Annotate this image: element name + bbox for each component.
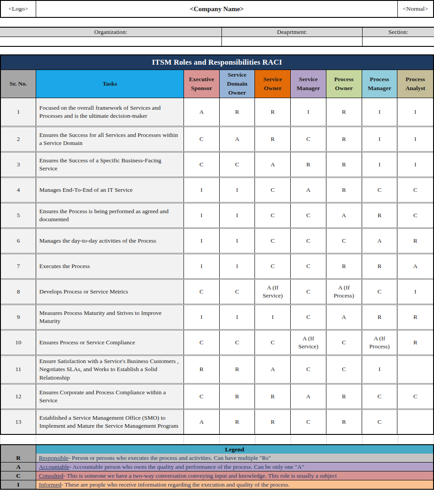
raci-value: I — [362, 153, 398, 177]
raci-value: R — [326, 127, 362, 151]
raci-value: C — [397, 203, 433, 227]
raci-value: C — [255, 229, 291, 253]
page-header: <Logo> <Company Name> <Normal> — [0, 0, 434, 18]
legend-term: Informed — [39, 481, 61, 488]
row-number: 11 — [1, 356, 36, 383]
row-number: 12 — [1, 384, 36, 409]
legend-letter: A — [1, 463, 36, 471]
legend-letter: R — [1, 454, 36, 462]
task-description: Focused on the overall framework of Serv… — [36, 98, 184, 126]
department-value-field[interactable] — [222, 37, 363, 46]
raci-value: R — [326, 384, 362, 409]
spacer-cell — [398, 435, 434, 444]
row-number: 7 — [1, 254, 36, 278]
legend-row: RResponsible - Person or persons who exe… — [1, 454, 433, 462]
organization-label: Organization: — [0, 28, 222, 37]
raci-value: I — [397, 280, 433, 304]
raci-value: C — [220, 280, 255, 304]
raci-value: C — [255, 330, 291, 355]
company-name: <Company Name> — [36, 1, 397, 17]
legend-text: - These are people who receive informati… — [61, 481, 289, 488]
task-description: Executes the Process — [36, 254, 184, 278]
raci-value: A — [326, 305, 362, 329]
raci-value: C — [255, 178, 291, 202]
row-number: 13 — [1, 410, 36, 434]
spacer-cell — [36, 435, 184, 444]
row-number: 10 — [1, 330, 36, 355]
raci-value: R — [220, 410, 255, 434]
spacer-cell — [0, 435, 36, 444]
raci-value: R — [326, 410, 362, 434]
legend-title: Legend — [225, 446, 244, 453]
matrix-title-bar: ITSM Roles and Responsibilities RACI — [1, 55, 433, 70]
raci-matrix-table: ITSM Roles and Responsibilities RACI Sr.… — [0, 54, 434, 435]
department-label: Deaprtment: — [222, 28, 363, 37]
column-header-tasks: Tasks — [36, 70, 184, 98]
task-description: Ensures the Success of a Specific Busine… — [36, 153, 184, 177]
column-header-executive-sponsor: Executive Sponsor — [184, 70, 220, 98]
task-description: Ensures Corporate and Process Compliance… — [36, 384, 184, 409]
spacer-cell — [184, 435, 220, 444]
table-row: 7Executes the ProcessIICCRRA — [1, 253, 433, 278]
raci-value: C — [362, 384, 398, 409]
raci-value: I — [362, 127, 398, 151]
section-value-field[interactable] — [363, 37, 434, 46]
column-header-service-manager: Service Manager — [291, 70, 326, 98]
raci-value: C — [220, 330, 255, 355]
raci-value: I — [184, 203, 220, 227]
raci-value: A — [184, 410, 220, 434]
spacer — [0, 47, 434, 54]
raci-value: C — [362, 410, 398, 434]
task-description: Ensures the Process is being performed a… — [36, 203, 184, 227]
raci-value: R — [326, 153, 362, 177]
legend-row: IInformed - These are people who receive… — [1, 480, 433, 489]
raci-value: C — [291, 229, 326, 253]
table-row: 13Established a Service Management Offic… — [1, 409, 433, 434]
table-row: 9Measures Process Maturity and Strives t… — [1, 304, 433, 329]
legend-body: RResponsible - Person or persons who exe… — [1, 454, 433, 489]
raci-value: A — [255, 356, 291, 383]
row-number: 4 — [1, 178, 36, 202]
matrix-body: 1Focused on the overall framework of Ser… — [1, 98, 433, 434]
legend-row: CConsulted - This is someone we have a t… — [1, 471, 433, 480]
raci-value: C — [291, 127, 326, 151]
row-number: 3 — [1, 153, 36, 177]
table-row: 6Manages the day-to-day activities of th… — [1, 227, 433, 253]
raci-value: C — [326, 330, 362, 355]
task-description: Ensures the Success for all Services and… — [36, 127, 184, 151]
legend-letter: I — [1, 480, 36, 489]
row-number: 6 — [1, 229, 36, 253]
raci-value: C — [397, 384, 433, 409]
raci-value: R — [184, 356, 220, 383]
spacer — [0, 18, 434, 27]
matrix-title: ITSM Roles and Responsibilities RACI — [152, 58, 282, 67]
task-description: Manages End-To-End of an IT Service — [36, 178, 184, 202]
legend-term: Consulted — [39, 472, 63, 479]
raci-value: I — [362, 356, 398, 383]
raci-value: C — [255, 203, 291, 227]
raci-value: C — [184, 384, 220, 409]
raci-value: I — [220, 229, 255, 253]
raci-value: C — [362, 280, 398, 304]
raci-value: C — [291, 410, 326, 434]
legend-row: AAccountable - Accountable person who ow… — [1, 462, 433, 471]
legend-header-row: Legend — [1, 445, 433, 454]
raci-value: R — [326, 254, 362, 278]
raci-value: C — [184, 280, 220, 304]
raci-value: I — [362, 98, 398, 126]
spacer-cell — [255, 435, 291, 444]
legend-description: Consulted - This is someone we have a tw… — [36, 471, 433, 480]
column-header-process-manager: Process Manager — [362, 70, 398, 98]
raci-value: I — [184, 178, 220, 202]
row-number: 9 — [1, 305, 36, 329]
organization-value-field[interactable] — [0, 37, 222, 46]
raci-value: R — [255, 410, 291, 434]
task-description: Ensure Satisfaction with a Service's Bus… — [36, 356, 184, 383]
raci-value: A — [184, 98, 220, 126]
raci-value: R — [397, 305, 433, 329]
raci-value: C — [397, 178, 433, 202]
raci-value: C — [291, 305, 326, 329]
raci-value: C — [220, 153, 255, 177]
legend-table: Legend RResponsible - Person or persons … — [0, 444, 434, 490]
section-label: Section: — [363, 28, 434, 37]
